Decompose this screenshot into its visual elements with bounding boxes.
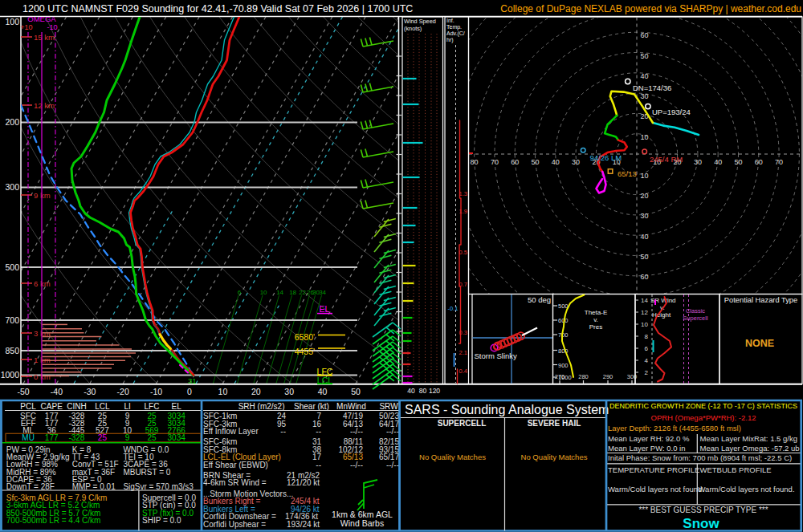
- svg-text:94/26 LM: 94/26 LM: [590, 153, 622, 162]
- svg-text:EL: EL: [172, 402, 182, 411]
- svg-text:700: 700: [5, 315, 19, 325]
- svg-text:12 km: 12 km: [34, 101, 55, 110]
- svg-text:MnWind: MnWind: [336, 402, 366, 411]
- svg-text:80: 80: [471, 158, 479, 166]
- svg-text:Mean Layer PW: 0.0 in: Mean Layer PW: 0.0 in: [608, 444, 685, 453]
- svg-text:1.3: 1.3: [459, 190, 467, 197]
- svg-text:Mean Layer Omega: -57.2 ub: Mean Layer Omega: -57.2 ub: [700, 444, 800, 453]
- svg-text:10: 10: [260, 289, 267, 296]
- svg-text:700-500mb LR = 4.4 C/km: 700-500mb LR = 4.4 C/km: [6, 516, 101, 525]
- svg-text:120: 120: [429, 387, 440, 395]
- svg-text:22: 22: [299, 289, 306, 296]
- svg-text:--/--: --/--: [350, 461, 363, 469]
- svg-text:6580': 6580': [295, 332, 315, 342]
- svg-text:30: 30: [284, 387, 294, 396]
- svg-text:30: 30: [694, 158, 702, 166]
- svg-text:Storm Slinky: Storm Slinky: [475, 351, 518, 360]
- svg-text:70: 70: [491, 158, 499, 166]
- svg-text:-20: -20: [117, 387, 129, 396]
- svg-text:6: 6: [238, 289, 242, 296]
- svg-text:Warm/Cold layers not found.: Warm/Cold layers not found.: [608, 485, 704, 493]
- svg-text:--: --: [280, 427, 286, 436]
- svg-text:50: 50: [641, 52, 649, 60]
- svg-text:280: 280: [578, 373, 589, 380]
- svg-text:Wind Barbs: Wind Barbs: [340, 518, 384, 528]
- svg-text:1000: 1000: [1, 370, 20, 380]
- svg-text:-40: -40: [51, 387, 63, 396]
- svg-text:18: 18: [289, 289, 296, 296]
- svg-text:193/24 kt: 193/24 kt: [287, 520, 320, 529]
- svg-text:40: 40: [552, 158, 560, 166]
- svg-text:3034: 3034: [168, 433, 186, 442]
- svg-text:Inital Phase: Snow from: 700 m: Inital Phase: Snow from: 700 mb (8904 ft…: [608, 453, 792, 462]
- svg-text:6: 6: [645, 345, 649, 352]
- svg-text:MU: MU: [22, 433, 35, 442]
- svg-text:60: 60: [511, 158, 519, 166]
- svg-text:Warm/Cold layers not found.: Warm/Cold layers not found.: [699, 485, 795, 493]
- svg-text:40: 40: [714, 158, 722, 166]
- svg-text:40: 40: [318, 387, 328, 396]
- svg-text:10: 10: [218, 387, 228, 396]
- svg-text:Theta-E: Theta-E: [585, 309, 607, 316]
- svg-text:-10: -10: [47, 23, 57, 31]
- svg-text:SEVERE HAIL: SEVERE HAIL: [528, 419, 581, 428]
- svg-text:LI: LI: [124, 402, 130, 411]
- svg-text:CAPE: CAPE: [41, 402, 63, 411]
- svg-text:Eff Shear (EBWD): Eff Shear (EBWD): [203, 461, 268, 469]
- svg-text:SHIP = 0.0: SHIP = 0.0: [142, 516, 181, 525]
- svg-text:Classic: Classic: [686, 307, 705, 315]
- svg-text:Height: Height: [652, 311, 671, 319]
- svg-text:-30: -30: [84, 387, 96, 396]
- svg-text:Temp.: Temp.: [446, 24, 462, 30]
- svg-text:270: 270: [555, 373, 565, 380]
- svg-text:MBURST = 0: MBURST = 0: [123, 468, 170, 477]
- svg-text:-10: -10: [150, 387, 162, 396]
- svg-text:60: 60: [641, 273, 649, 281]
- svg-text:65/13: 65/13: [618, 169, 637, 178]
- svg-text:(knots): (knots): [404, 25, 422, 32]
- svg-text:1.9: 1.9: [459, 208, 467, 215]
- svg-text:30: 30: [572, 158, 580, 166]
- svg-text:900: 900: [558, 362, 569, 369]
- svg-text:14: 14: [641, 297, 648, 304]
- svg-text:0.5: 0.5: [459, 249, 467, 256]
- svg-text:2: 2: [645, 369, 649, 376]
- svg-text:College of DuPage NEXLAB power: College of DuPage NEXLAB powered via SHA…: [500, 3, 801, 14]
- svg-text:Inf.: Inf.: [446, 18, 454, 23]
- svg-text:100: 100: [5, 17, 19, 26]
- svg-text:Potential Hazard Type: Potential Hazard Type: [724, 296, 797, 304]
- svg-text:Pres: Pres: [589, 323, 602, 331]
- svg-text:Layer Depth: 2126 ft (4455-658: Layer Depth: 2126 ft (4455-6580 ft msl): [608, 424, 741, 433]
- svg-text:80: 80: [419, 387, 427, 395]
- svg-text:50: 50: [351, 387, 361, 396]
- svg-text:245/4 RM: 245/4 RM: [650, 155, 683, 164]
- svg-text:9: 9: [125, 433, 130, 442]
- svg-text:60: 60: [755, 158, 763, 166]
- svg-text:25: 25: [147, 433, 157, 442]
- svg-text:TEMPERATURE PROFILE: TEMPERATURE PROFILE: [608, 465, 699, 474]
- svg-text:+10: +10: [20, 23, 32, 31]
- svg-text:40: 40: [641, 233, 649, 241]
- svg-text:10: 10: [641, 321, 648, 328]
- svg-text:4455': 4455': [295, 347, 315, 356]
- svg-text:hr): hr): [446, 37, 454, 43]
- svg-text:SR Wind: SR Wind: [650, 297, 676, 304]
- svg-text:4: 4: [645, 357, 649, 364]
- svg-text:Adv.(C/: Adv.(C/: [446, 30, 465, 37]
- svg-text:1200 UTC NAMNST F029 Sounding: 1200 UTC NAMNST F029 Sounding for 42.41,…: [22, 3, 413, 14]
- svg-text:200: 200: [5, 117, 19, 127]
- svg-text:-0.1: -0.1: [448, 305, 459, 312]
- svg-text:NONE: NONE: [745, 338, 774, 349]
- svg-text:SARS - Sounding Analogue Syste: SARS - Sounding Analogue System: [405, 403, 609, 416]
- svg-text:UP=193/24: UP=193/24: [652, 108, 691, 116]
- svg-text:PCL: PCL: [20, 402, 36, 411]
- svg-text:EL: EL: [320, 304, 330, 314]
- svg-text:Snow: Snow: [683, 516, 719, 531]
- svg-text:Corfidi Upshear =: Corfidi Upshear =: [203, 520, 266, 529]
- svg-text:850: 850: [5, 346, 19, 355]
- svg-text:DENDRITIC GROWTH ZONE (-12 TO: DENDRITIC GROWTH ZONE (-12 TO -17 C) STA…: [609, 402, 797, 410]
- svg-text:--/--: --/--: [350, 427, 363, 436]
- svg-text:50: 50: [641, 253, 649, 261]
- svg-text:40: 40: [641, 72, 649, 80]
- svg-text:31: 31: [188, 376, 197, 385]
